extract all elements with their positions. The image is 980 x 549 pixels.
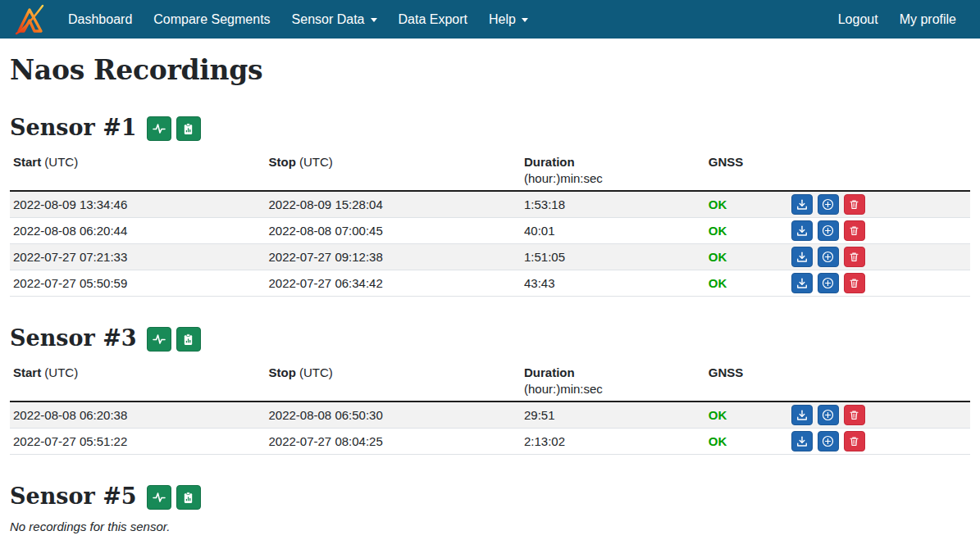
sensor-section: Sensor #3 <box>10 324 970 455</box>
trash-icon <box>849 278 859 288</box>
clipboard-chart-icon <box>182 333 194 346</box>
download-recording-button[interactable] <box>791 220 813 241</box>
sensor-section: Sensor #5 <box>10 483 970 533</box>
recording-gnss-cell: OK <box>705 402 788 429</box>
recording-duration: 1:51:05 <box>521 244 705 270</box>
col-header-gnss: GNSS <box>705 151 788 191</box>
nav-item-label: Dashboard <box>68 12 132 27</box>
add-segment-button[interactable] <box>818 431 839 451</box>
recording-actions-cell <box>788 402 971 429</box>
recording-row: 2022-07-27 05:50:59 2022-07-27 06:34:42 … <box>10 270 970 297</box>
activity-icon <box>153 491 166 504</box>
nav-item-label: Logout <box>838 12 878 27</box>
add-segment-button[interactable] <box>818 247 839 267</box>
delete-recording-button[interactable] <box>844 273 865 293</box>
download-icon <box>796 225 808 237</box>
delete-recording-button[interactable] <box>844 220 865 241</box>
add-segment-button[interactable] <box>818 273 839 293</box>
recording-duration: 2:13:02 <box>521 429 705 455</box>
gnss-status-badge: OK <box>709 408 727 422</box>
row-actions <box>791 431 968 451</box>
nav-item[interactable]: Dashboard <box>60 7 140 32</box>
recording-gnss-cell: OK <box>705 429 788 455</box>
download-icon <box>796 252 808 263</box>
sensor-report-button[interactable] <box>176 116 201 141</box>
download-icon <box>796 436 808 447</box>
recording-actions-cell <box>788 429 971 455</box>
add-segment-button[interactable] <box>818 194 839 215</box>
download-recording-button[interactable] <box>791 247 813 267</box>
recording-duration: 43:43 <box>521 270 705 297</box>
brand-logo[interactable] <box>13 3 46 36</box>
trash-icon <box>849 199 859 210</box>
clipboard-chart-icon <box>182 123 194 135</box>
add-segment-button[interactable] <box>818 220 839 241</box>
trash-icon <box>849 252 859 262</box>
delta-logo-icon <box>13 3 46 36</box>
sensor-heading: Sensor #5 <box>10 483 970 510</box>
delete-recording-button[interactable] <box>844 194 865 215</box>
recording-gnss-cell: OK <box>705 270 788 297</box>
table-header-row: Start (UTC) Stop (UTC) Duration(hour:)mi… <box>10 361 970 402</box>
nav-item[interactable]: Compare Segments <box>145 7 278 32</box>
recordings-table: Start (UTC) Stop (UTC) Duration(hour:)mi… <box>10 361 970 455</box>
delete-recording-button[interactable] <box>844 247 865 267</box>
recording-start: 2022-07-27 05:50:59 <box>10 270 265 297</box>
no-recordings-text: No recordings for this sensor. <box>10 520 970 533</box>
recording-gnss-cell: OK <box>705 191 788 218</box>
nav-menu-right: Logout My profile <box>827 7 967 32</box>
sensor-heading-buttons <box>147 485 201 510</box>
recording-actions-cell <box>788 191 971 218</box>
recording-actions-cell <box>788 270 971 297</box>
recording-stop: 2022-08-08 06:50:30 <box>265 402 520 429</box>
recording-row: 2022-08-09 13:34:46 2022-08-09 15:28:04 … <box>10 191 970 218</box>
add-segment-button[interactable] <box>818 405 839 425</box>
sensor-sections: Sensor #1 <box>10 114 970 533</box>
clipboard-chart-icon <box>182 492 194 504</box>
nav-item[interactable]: Data Export <box>390 7 476 32</box>
activity-icon <box>153 122 166 135</box>
download-recording-button[interactable] <box>791 273 813 293</box>
recording-gnss-cell: OK <box>705 244 788 270</box>
nav-item-label: Compare Segments <box>153 12 270 27</box>
caret-down-icon <box>371 18 377 22</box>
recording-row: 2022-08-08 06:20:38 2022-08-08 06:50:30 … <box>10 402 970 429</box>
recording-duration: 29:51 <box>521 402 705 429</box>
col-header-duration: Duration(hour:)min:sec <box>521 151 705 191</box>
recording-stop: 2022-07-27 08:04:25 <box>265 429 520 455</box>
view-signal-button[interactable] <box>147 485 171 510</box>
download-recording-button[interactable] <box>791 405 813 425</box>
recording-row: 2022-08-08 06:20:44 2022-08-08 07:00:45 … <box>10 218 970 244</box>
download-recording-button[interactable] <box>791 194 813 215</box>
nav-item[interactable]: Sensor Data <box>284 7 385 32</box>
recording-start: 2022-08-08 06:20:38 <box>10 402 265 429</box>
sensor-name: Sensor #5 <box>10 483 137 509</box>
view-signal-button[interactable] <box>147 116 171 141</box>
delete-recording-button[interactable] <box>844 431 865 451</box>
delete-recording-button[interactable] <box>844 405 865 425</box>
recording-stop: 2022-07-27 09:12:38 <box>265 244 520 270</box>
nav-item[interactable]: Help <box>481 7 536 32</box>
view-signal-button[interactable] <box>147 327 171 352</box>
plus-circle-icon <box>822 409 834 421</box>
recording-row: 2022-07-27 07:21:33 2022-07-27 09:12:38 … <box>10 244 970 270</box>
nav-item[interactable]: My profile <box>891 7 964 32</box>
row-actions <box>791 194 968 215</box>
sensor-heading: Sensor #3 <box>10 324 970 352</box>
download-icon <box>796 278 808 289</box>
sensor-report-button[interactable] <box>176 485 201 510</box>
row-actions <box>791 220 968 241</box>
plus-circle-icon <box>822 225 834 237</box>
nav-item-label: My profile <box>900 12 956 27</box>
download-recording-button[interactable] <box>791 431 813 451</box>
sensor-heading-buttons <box>147 327 201 352</box>
row-actions <box>791 273 968 293</box>
sensor-name: Sensor #3 <box>10 325 137 351</box>
recording-start: 2022-07-27 07:21:33 <box>10 244 265 270</box>
plus-circle-icon <box>822 435 834 447</box>
recording-start: 2022-07-27 05:51:22 <box>10 429 265 455</box>
nav-item[interactable]: Logout <box>830 7 887 32</box>
recording-actions-cell <box>788 244 971 270</box>
nav-item-label: Data Export <box>399 12 467 27</box>
sensor-report-button[interactable] <box>176 327 201 352</box>
